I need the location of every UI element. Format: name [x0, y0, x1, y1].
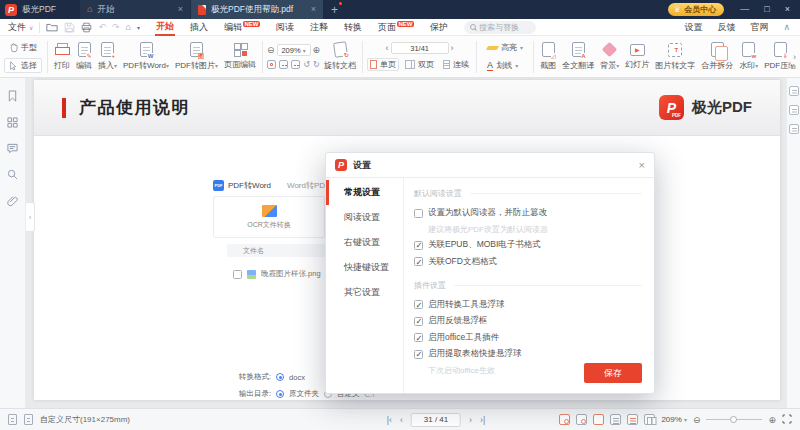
zoom-out-icon[interactable]: ⊖ — [693, 415, 701, 425]
convert-ball-option[interactable]: 启用转换工具悬浮球 — [414, 299, 642, 311]
website-link[interactable]: 官网 — [750, 21, 768, 34]
edit-button[interactable]: ✎ 编辑 — [73, 42, 95, 71]
rotate-right-icon[interactable]: ↻ — [313, 60, 320, 69]
highlight-button[interactable]: 高亮 ▾ — [482, 40, 528, 55]
feedback-link[interactable]: 反馈 — [717, 21, 735, 34]
dialog-menu-general[interactable]: 常规设置 — [326, 180, 403, 205]
view-mode-2-icon[interactable] — [576, 414, 587, 425]
statusbar-page-input[interactable]: 31 / 41 — [411, 413, 461, 427]
office-plugin-option[interactable]: 启用office工具插件 — [414, 332, 642, 344]
close-tab-icon[interactable]: × — [178, 5, 183, 14]
file-menu[interactable]: 文件 ∨ — [8, 21, 33, 34]
view-mode-1-icon[interactable] — [559, 414, 570, 425]
sidebar-collapse-handle[interactable]: ‹ — [26, 202, 35, 232]
tab-annotate[interactable]: 注释 — [309, 19, 329, 35]
fullscreen-icon[interactable] — [782, 414, 792, 426]
checkbox-checked[interactable] — [414, 300, 423, 309]
comment-quick-icon[interactable] — [789, 105, 799, 115]
continuous-button[interactable]: 连续 — [440, 58, 472, 71]
view-mode-6-icon[interactable] — [644, 414, 655, 425]
ofd-option[interactable]: 关联OFD文档格式 — [414, 256, 642, 268]
document-tab[interactable]: 极光PDF使用帮助.pdf × — [191, 0, 323, 19]
zoom-slider-knob[interactable] — [730, 416, 737, 423]
settings-link[interactable]: 设置 — [684, 21, 702, 34]
home-tab[interactable]: ⌂ 开始 × — [80, 0, 190, 19]
page-next-icon[interactable] — [24, 414, 33, 425]
first-page-icon[interactable]: |‹ — [387, 415, 392, 425]
background-button[interactable]: 背景▾ — [597, 42, 622, 71]
close-button[interactable]: × — [785, 5, 790, 14]
dialog-menu-shortcut[interactable]: 快捷键设置 — [326, 255, 403, 280]
maximize-button[interactable]: □ — [764, 5, 769, 14]
member-center-button[interactable]: ♛ 会员中心 — [668, 3, 724, 16]
zoom-in-icon[interactable]: ⊕ — [768, 415, 776, 425]
checkbox-checked[interactable] — [414, 333, 423, 342]
zoom-out-icon[interactable]: ⊖ — [267, 45, 275, 55]
epub-mobi-option[interactable]: 关联EPUB、MOBI电子书格式 — [414, 239, 642, 251]
view-mode-5-icon[interactable] — [627, 414, 638, 425]
search-panel-icon[interactable] — [7, 169, 18, 180]
page-edit-button[interactable]: 页面编辑 — [221, 43, 259, 70]
checkbox-unchecked[interactable] — [414, 209, 423, 218]
dialog-menu-rightclick[interactable]: 右键设置 — [326, 230, 403, 255]
double-page-button[interactable]: 双页 — [402, 58, 437, 71]
pdf-to-word-button[interactable]: W PDF转Word▾ — [120, 42, 172, 71]
print-button[interactable]: 打印 — [51, 43, 73, 71]
tab-page[interactable]: 页面NEW — [377, 19, 415, 35]
rotate-doc-button[interactable]: ↻ 旋转文档 — [321, 42, 359, 71]
merge-split-button[interactable]: 合并拆分 — [698, 42, 736, 71]
last-page-icon[interactable]: ›| — [480, 415, 485, 425]
checkbox-checked[interactable] — [414, 241, 423, 250]
annotate-quick-icon[interactable] — [789, 86, 799, 96]
new-tab-button[interactable]: + — [331, 4, 338, 16]
bookmark-icon[interactable] — [7, 90, 18, 102]
translate-button[interactable]: A 全文翻译 — [559, 42, 597, 71]
zoom-level-input[interactable]: 209%▾ — [277, 44, 311, 56]
zoom-in-icon[interactable]: ⊕ — [313, 45, 321, 55]
toolbar-expand-icon[interactable]: › — [791, 50, 798, 64]
thumbnails-icon[interactable] — [7, 117, 18, 128]
watermark-button[interactable]: w 水印▾ — [736, 42, 761, 71]
insert-button[interactable]: + 插入▾ — [95, 42, 120, 71]
table-extract-option[interactable]: 启用提取表格快捷悬浮球 — [414, 348, 642, 360]
zoom-display[interactable]: 209%▾ — [661, 415, 686, 424]
close-tab-icon[interactable]: × — [311, 5, 316, 14]
screenshot-button[interactable]: ◿ 截图 — [537, 42, 559, 71]
fit-page-icon[interactable] — [291, 60, 300, 69]
tab-start[interactable]: 开始 — [155, 18, 175, 36]
collapse-ribbon-icon[interactable]: ∧ — [783, 22, 790, 32]
tab-edit[interactable]: 编辑NEW — [223, 19, 261, 35]
actual-size-icon[interactable] — [267, 60, 276, 69]
checkbox-checked[interactable] — [414, 257, 423, 266]
feedback-ball-option[interactable]: 启用反馈悬浮框 — [414, 315, 642, 327]
tab-convert[interactable]: 转换 — [343, 19, 363, 35]
tab-protect[interactable]: 保护 — [429, 19, 449, 35]
home-view-icon[interactable]: ⌂ — [126, 22, 131, 32]
image-to-text-button[interactable]: T 图片转文字 — [652, 43, 698, 71]
minimize-button[interactable]: — — [740, 5, 749, 14]
search-input[interactable]: 搜索与替换 — [464, 21, 536, 34]
prev-page-icon[interactable]: ‹ — [400, 415, 403, 425]
zoom-slider[interactable] — [706, 419, 762, 420]
select-tool-button[interactable]: 选择 — [4, 58, 42, 73]
view-mode-3-icon[interactable] — [593, 414, 604, 425]
open-file-icon[interactable] — [46, 21, 58, 33]
dialog-menu-other[interactable]: 其它设置 — [326, 280, 403, 305]
print-icon[interactable] — [81, 22, 92, 33]
pdf-to-image-button[interactable]: 图 PDF转图片▾ — [172, 42, 221, 71]
redo-icon[interactable]: ↷ — [112, 22, 120, 32]
attachment-icon[interactable] — [7, 195, 18, 207]
next-page-icon[interactable]: › — [451, 43, 454, 53]
next-page-icon[interactable]: › — [469, 415, 472, 425]
dialog-menu-reading[interactable]: 阅读设置 — [326, 205, 403, 230]
save-button[interactable]: 保存 — [584, 363, 642, 383]
dialog-close-icon[interactable]: × — [639, 160, 645, 171]
underline-button[interactable]: A 划线 ▾ — [482, 58, 528, 73]
slideshow-button[interactable]: ▶ 幻灯片 — [622, 44, 652, 70]
tab-insert[interactable]: 插入 — [189, 19, 209, 35]
undo-icon[interactable]: ↶ — [98, 22, 106, 32]
checkbox-checked[interactable] — [414, 350, 423, 359]
checkbox-checked[interactable] — [414, 317, 423, 326]
save-icon[interactable] — [64, 22, 75, 33]
fit-width-icon[interactable] — [279, 60, 288, 69]
